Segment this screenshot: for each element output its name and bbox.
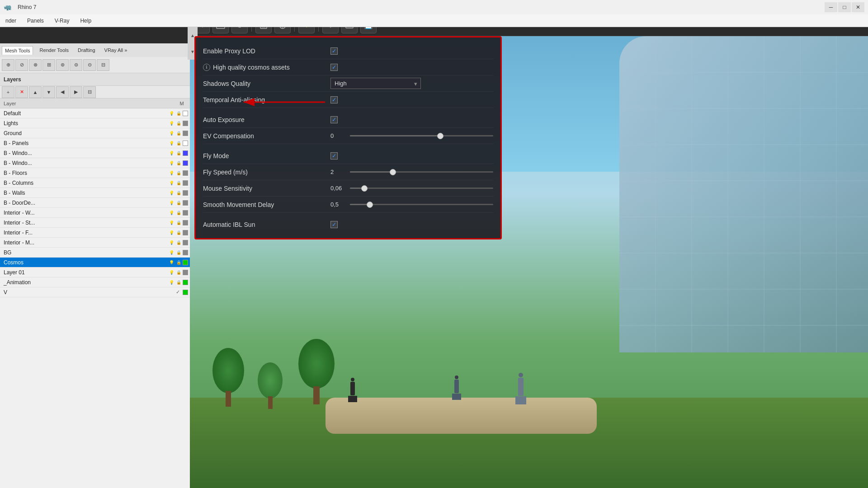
layer-row[interactable]: Interior - M... 💡 🔒: [0, 238, 190, 248]
tab-mesh-tools[interactable]: Mesh Tools: [2, 46, 33, 55]
layer-row[interactable]: B - Windo... 💡 🔒: [0, 158, 190, 168]
layer-row[interactable]: B - Panels 💡 🔒: [0, 138, 190, 148]
layer-row[interactable]: Interior - St... 💡 🔒: [0, 218, 190, 228]
light-icon[interactable]: 💡: [168, 140, 175, 146]
lock-icon[interactable]: 🔒: [175, 200, 182, 206]
close-button[interactable]: ✕: [852, 2, 864, 12]
minimize-button[interactable]: ─: [825, 2, 837, 12]
lock-icon[interactable]: 🔒: [175, 239, 182, 246]
layer-row[interactable]: Default 💡 🔒: [0, 108, 190, 118]
tab-drafting[interactable]: Drafting: [75, 46, 98, 54]
layer-row[interactable]: B - Columns 💡 🔒: [0, 178, 190, 188]
layer-color[interactable]: [183, 121, 188, 126]
right-layer-btn[interactable]: ▶: [70, 86, 82, 98]
lock-icon[interactable]: 🔒: [175, 130, 182, 136]
lock-icon[interactable]: 🔒: [175, 220, 182, 226]
layer-row-cosmos[interactable]: Cosmos 💡 🔒: [0, 258, 190, 267]
light-icon[interactable]: 💡: [168, 269, 175, 276]
smooth-movement-slider-track[interactable]: [350, 204, 493, 205]
layer-row[interactable]: _Animation 💡 🔒: [0, 277, 190, 287]
tab-render-tools[interactable]: Render Tools: [37, 46, 71, 54]
checkbox-auto-exposure[interactable]: [330, 116, 338, 123]
new-layer-btn[interactable]: +: [2, 86, 14, 98]
layer-row[interactable]: B - Walls 💡 🔒: [0, 188, 190, 198]
layer-row[interactable]: B - Floors 💡 🔒: [0, 168, 190, 178]
layer-row[interactable]: Lights 💡 🔒: [0, 118, 190, 128]
toolbar-btn-2[interactable]: ⊘: [15, 59, 28, 71]
light-icon[interactable]: 💡: [168, 110, 175, 117]
light-icon[interactable]: 💡: [168, 160, 175, 166]
lock-icon[interactable]: 🔒: [175, 170, 182, 176]
layer-row[interactable]: B - Windo... 💡 🔒: [0, 148, 190, 158]
menu-item-panels[interactable]: Panels: [25, 17, 46, 25]
delete-layer-btn[interactable]: ✕: [15, 86, 28, 98]
layer-row[interactable]: V ✓: [0, 287, 190, 297]
light-icon[interactable]: 💡: [168, 210, 175, 216]
toolbar-btn-7[interactable]: ⊝: [83, 59, 96, 71]
lock-icon[interactable]: 🔒: [175, 140, 182, 146]
info-icon[interactable]: ℹ: [203, 64, 210, 71]
checkbox-hq-cosmos[interactable]: [330, 64, 338, 71]
lock-icon[interactable]: 🔒: [175, 150, 182, 156]
lock-icon[interactable]: 🔒: [175, 110, 182, 117]
light-icon[interactable]: 💡: [168, 150, 175, 156]
light-icon[interactable]: 💡: [168, 120, 175, 127]
lock-icon[interactable]: 🔒: [175, 269, 182, 276]
maximize-button[interactable]: □: [838, 2, 851, 12]
lock-icon[interactable]: 🔒: [175, 190, 182, 196]
light-icon[interactable]: 💡: [168, 190, 175, 196]
up-layer-btn[interactable]: ▲: [29, 86, 42, 98]
mouse-sensitivity-thumb[interactable]: [361, 185, 368, 192]
menu-item-help[interactable]: Help: [78, 17, 93, 25]
layer-color[interactable]: [183, 160, 188, 166]
light-icon[interactable]: 💡: [168, 230, 175, 236]
toolbar-btn-5[interactable]: ⊛: [56, 59, 69, 71]
layer-row[interactable]: Interior - F... 💡 🔒: [0, 228, 190, 238]
layer-color[interactable]: [183, 170, 188, 176]
layer-row[interactable]: Ground 💡 🔒: [0, 128, 190, 138]
toolbar-btn-4[interactable]: ⊞: [42, 59, 55, 71]
checkbox-enable-proxy-lod[interactable]: [330, 47, 338, 55]
layer-color[interactable]: [183, 180, 188, 186]
lock-icon[interactable]: 🔒: [175, 160, 182, 166]
tab-vray-all[interactable]: VRay All »: [102, 46, 130, 54]
layer-color[interactable]: [183, 200, 188, 206]
layer-color[interactable]: [183, 270, 188, 275]
layer-row[interactable]: Layer 01 💡 🔒: [0, 267, 190, 277]
layer-color[interactable]: [183, 220, 188, 225]
checkbox-temporal-aa[interactable]: [330, 96, 338, 103]
shadows-quality-dropdown[interactable]: Low Medium High Very High: [330, 78, 421, 89]
layer-color[interactable]: [183, 131, 188, 136]
ev-slider-thumb[interactable]: [437, 133, 443, 139]
light-icon[interactable]: 💡: [168, 220, 175, 226]
left-layer-btn[interactable]: ◀: [56, 86, 69, 98]
lock-icon[interactable]: 🔒: [175, 210, 182, 216]
layer-row[interactable]: B - DoorDe... 💡 🔒: [0, 198, 190, 208]
toolbar-btn-1[interactable]: ⊕: [2, 59, 14, 71]
lock-icon[interactable]: 🔒: [175, 120, 182, 127]
layer-row[interactable]: BG 💡 🔒: [0, 248, 190, 258]
layer-color[interactable]: [183, 230, 188, 235]
layer-color[interactable]: [183, 280, 188, 285]
layer-color[interactable]: [183, 210, 188, 216]
lock-icon[interactable]: 🔒: [175, 259, 182, 266]
light-icon[interactable]: 💡: [168, 180, 175, 186]
lock-icon[interactable]: 🔒: [175, 230, 182, 236]
light-icon[interactable]: 💡: [168, 249, 175, 256]
layer-color[interactable]: [183, 141, 188, 146]
layer-color[interactable]: [183, 240, 188, 245]
light-icon[interactable]: 💡: [168, 130, 175, 136]
menu-item-nder[interactable]: nder: [4, 17, 18, 25]
checkbox-fly-mode[interactable]: [330, 152, 338, 160]
toolbar-btn-3[interactable]: ⊗: [29, 59, 42, 71]
down-layer-btn[interactable]: ▼: [42, 86, 55, 98]
toolbar-btn-8[interactable]: ⊟: [97, 59, 109, 71]
toolbar-btn-6[interactable]: ⊜: [70, 59, 82, 71]
layer-color[interactable]: [183, 260, 188, 265]
layer-color[interactable]: [183, 150, 188, 156]
layer-color[interactable]: [183, 190, 188, 196]
light-icon[interactable]: 💡: [168, 239, 175, 246]
smooth-movement-thumb[interactable]: [367, 202, 373, 208]
layer-color[interactable]: [183, 250, 188, 255]
checkbox-ibl-sun[interactable]: [330, 221, 338, 228]
